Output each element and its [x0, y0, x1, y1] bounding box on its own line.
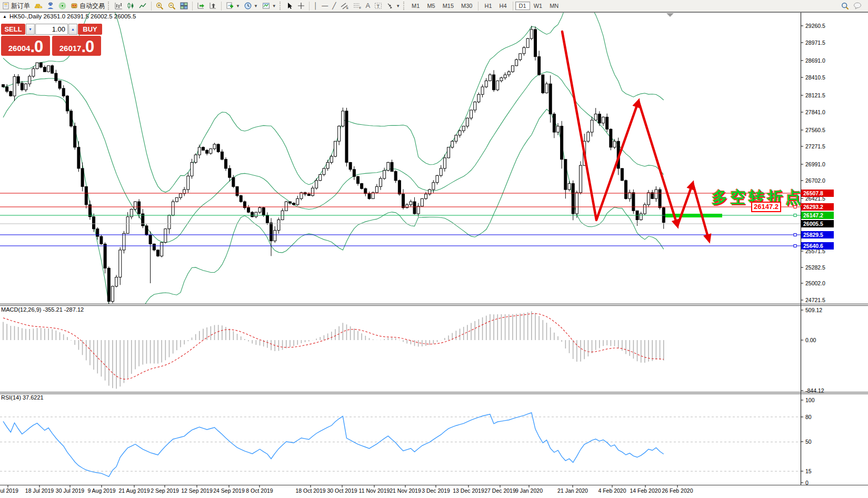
svg-text:21 Aug 2019: 21 Aug 2019	[119, 487, 150, 494]
line-chart-type-button[interactable]	[137, 1, 149, 11]
ask-price-main: 26017	[59, 42, 82, 55]
svg-text:3 Dec 2019: 3 Dec 2019	[422, 487, 450, 494]
svg-text:21 Nov 2019: 21 Nov 2019	[390, 487, 421, 494]
one-click-trading-panel: SELL ▼ ▲ BUY 26004.0 26017.0	[1, 24, 102, 56]
svg-text:0.00: 0.00	[805, 337, 816, 343]
zoom-in-button[interactable]	[154, 1, 166, 11]
text-icon: A	[366, 1, 371, 11]
timeframe-d1[interactable]: D1	[515, 2, 530, 10]
auto-scroll-button[interactable]	[195, 1, 207, 11]
svg-text:18 Oct 2019: 18 Oct 2019	[295, 487, 325, 494]
trendline-tool[interactable]: ╱	[330, 1, 338, 11]
cursor-icon	[286, 2, 293, 9]
volume-input[interactable]	[35, 24, 68, 35]
svg-text:13 Dec 2019: 13 Dec 2019	[453, 487, 484, 494]
chart-shift-button[interactable]	[207, 1, 219, 11]
template-dropdown[interactable]: ▼	[260, 1, 278, 11]
buy-button[interactable]: BUY	[78, 24, 102, 35]
svg-text:25282.5: 25282.5	[805, 264, 825, 271]
period-dropdown[interactable]: ▼	[242, 1, 260, 11]
cursor-tool-button[interactable]	[284, 1, 295, 11]
candlestick-type-button[interactable]	[125, 1, 137, 11]
timeframe-separator	[478, 2, 478, 11]
zoom-out-button[interactable]	[166, 1, 178, 11]
support-button[interactable]	[45, 1, 56, 11]
svg-text:T: T	[377, 4, 380, 9]
svg-text:24721.5: 24721.5	[805, 297, 825, 303]
fibonacci-tool[interactable]: F	[351, 1, 364, 11]
channel-tool[interactable]: E	[338, 1, 351, 11]
vertical-line-tool[interactable]: │	[312, 1, 320, 11]
svg-text:E: E	[346, 6, 348, 9]
search-button[interactable]	[839, 1, 851, 11]
timeframe-mn[interactable]: MN	[546, 2, 562, 10]
zigzag-arrowhead	[703, 233, 714, 245]
svg-text:26 Feb 2020: 26 Feb 2020	[662, 487, 693, 494]
svg-text:2 Sep 2019: 2 Sep 2019	[151, 487, 179, 494]
svg-text:21 Jan 2020: 21 Jan 2020	[557, 487, 588, 494]
macd-label: MACD(12,26,9) -355.21 -287.12	[1, 306, 84, 313]
svg-text:9 Aug 2019: 9 Aug 2019	[87, 487, 115, 494]
timeframe-separator	[513, 2, 513, 11]
timeframe-m15[interactable]: M15	[439, 2, 457, 10]
zigzag-arrowhead	[632, 97, 643, 108]
label-tool[interactable]: T	[372, 1, 384, 11]
shapes-dropdown[interactable]: ▼	[384, 1, 402, 11]
timeframe-m1[interactable]: M1	[408, 2, 423, 10]
equidistant-channel-icon: E	[341, 2, 349, 9]
dropdown-caret: ▼	[254, 4, 258, 8]
timeframe-h4[interactable]: H4	[496, 2, 511, 10]
tile-windows-button[interactable]	[178, 1, 190, 11]
dropdown-caret: ▼	[272, 4, 276, 8]
timeframe-m30[interactable]: M30	[457, 2, 476, 10]
bollinger-middle	[3, 72, 664, 242]
svg-text:4 Feb 2020: 4 Feb 2020	[598, 487, 626, 494]
new-order-button[interactable]: 新订单	[0, 1, 32, 11]
volume-decrease-button[interactable]: ▼	[26, 24, 35, 35]
gold-bars-icon	[34, 2, 43, 9]
horizontal-line-tool[interactable]: —	[320, 1, 330, 11]
timeframe-group: M1M5M15M30H1H4D1W1MN	[408, 1, 562, 11]
timeframe-m5[interactable]: M5	[423, 2, 438, 10]
bar-chart-type-button[interactable]	[113, 1, 125, 11]
svg-text:30 Jul 2019: 30 Jul 2019	[56, 487, 84, 494]
sell-button[interactable]: SELL	[1, 24, 25, 35]
signal-icon	[58, 2, 66, 9]
svg-text:-844.12: -844.12	[805, 387, 824, 394]
svg-text:100: 100	[805, 397, 815, 403]
svg-text:80: 80	[805, 414, 812, 420]
bid-price-button[interactable]: 26004.0	[1, 36, 50, 56]
auto-trading-icon	[71, 2, 78, 9]
horizontal-line-icon: —	[322, 1, 328, 11]
level-price-box[interactable]: 26147.2	[751, 202, 781, 212]
chart-canvas[interactable]: 29260.528971.528691.028410.528121.527841…	[0, 0, 868, 498]
svg-text:0: 0	[805, 480, 809, 486]
chat-button[interactable]	[851, 1, 864, 11]
auto-trading-button[interactable]: 自动交易	[68, 1, 107, 11]
svg-text:27841.0: 27841.0	[805, 109, 825, 115]
ask-price-button[interactable]: 26017.0	[52, 36, 101, 56]
svg-text:Jul 2019: Jul 2019	[0, 487, 18, 494]
dropdown-caret: ▼	[396, 4, 400, 8]
crosshair-tool-button[interactable]	[295, 1, 307, 11]
svg-text:29260.5: 29260.5	[805, 23, 825, 29]
timeframe-h1[interactable]: H1	[481, 2, 495, 10]
signal-button[interactable]	[56, 1, 68, 11]
bid-price-big: .0	[30, 38, 43, 55]
toolbar-separator	[309, 2, 310, 11]
svg-text:26293.2: 26293.2	[803, 204, 823, 210]
toolbar-separator	[151, 2, 152, 11]
collapse-arrow-icon[interactable]: ▲	[3, 14, 7, 19]
zoom-out-icon	[168, 2, 176, 10]
ask-price-big: .0	[81, 38, 94, 55]
volume-increase-button[interactable]: ▲	[68, 24, 77, 35]
text-tool[interactable]: A	[364, 1, 373, 11]
chart-shift-marker	[666, 13, 674, 17]
svg-text:28691.0: 28691.0	[805, 57, 825, 64]
svg-text:9 Jan 2020: 9 Jan 2020	[515, 487, 543, 494]
gold-bars-button[interactable]	[32, 1, 45, 11]
tile-windows-icon	[180, 2, 188, 9]
svg-text:30 Oct 2019: 30 Oct 2019	[327, 487, 357, 494]
timeframe-w1[interactable]: W1	[530, 2, 546, 10]
new-chart-dropdown[interactable]: ▼	[224, 1, 242, 11]
